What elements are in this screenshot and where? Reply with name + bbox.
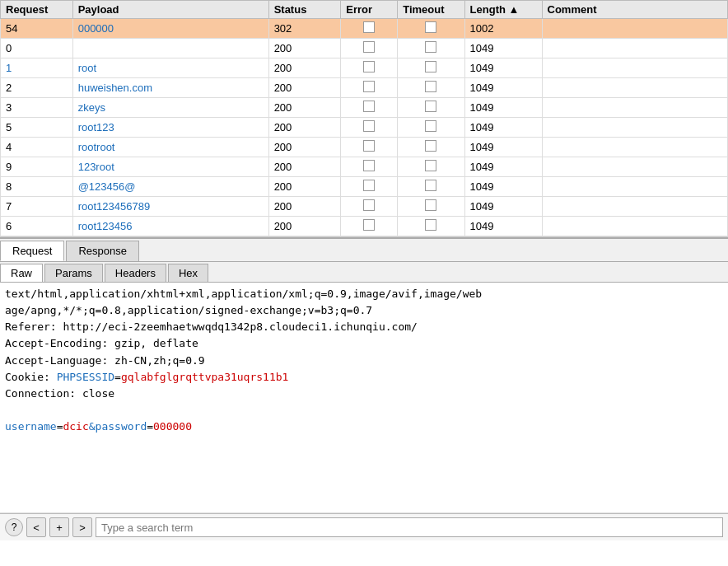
error-checkbox[interactable] bbox=[363, 180, 375, 191]
table-container: Request Payload Status Error Timeout Len… bbox=[0, 0, 728, 237]
timeout-checkbox[interactable] bbox=[425, 41, 436, 53]
cookie-val: gqlabfglgrqttvpa31uqrs11b1 bbox=[121, 371, 289, 383]
col-header-timeout[interactable]: Timeout bbox=[398, 1, 464, 19]
error-checkbox[interactable] bbox=[363, 101, 375, 112]
cell-payload bbox=[72, 39, 268, 58]
cell-timeout bbox=[398, 98, 464, 118]
timeout-checkbox[interactable] bbox=[425, 120, 436, 132]
tab-raw[interactable]: Raw bbox=[0, 264, 43, 282]
param-password-val: 000000 bbox=[153, 420, 192, 433]
table-row: 3zkeys2001049 bbox=[1, 98, 728, 118]
tab-hex[interactable]: Hex bbox=[168, 264, 208, 282]
error-checkbox[interactable] bbox=[363, 219, 375, 231]
timeout-checkbox[interactable] bbox=[425, 160, 436, 171]
cell-length: 1049 bbox=[464, 138, 542, 157]
cell-comment bbox=[542, 177, 727, 197]
cell-comment bbox=[542, 157, 727, 177]
cell-length: 1049 bbox=[464, 118, 542, 138]
table-row: 6root1234562001049 bbox=[1, 217, 728, 236]
timeout-checkbox[interactable] bbox=[425, 180, 436, 191]
col-header-error[interactable]: Error bbox=[341, 1, 398, 19]
param-eq2: = bbox=[147, 420, 153, 433]
cell-error bbox=[341, 78, 398, 98]
cell-request: 4 bbox=[1, 138, 73, 157]
cell-status: 200 bbox=[268, 118, 341, 138]
cell-comment bbox=[542, 118, 727, 138]
bottom-bar: ? < + > bbox=[0, 513, 728, 540]
col-header-comment[interactable]: Comment bbox=[542, 1, 727, 19]
tab-params[interactable]: Params bbox=[44, 264, 103, 282]
timeout-checkbox[interactable] bbox=[425, 61, 436, 73]
timeout-checkbox[interactable] bbox=[425, 21, 436, 33]
error-checkbox[interactable] bbox=[363, 199, 375, 211]
cell-timeout bbox=[398, 157, 464, 177]
cell-request: 54 bbox=[1, 19, 73, 39]
col-header-status[interactable]: Status bbox=[268, 1, 341, 19]
cell-status: 200 bbox=[268, 98, 341, 118]
tab-headers[interactable]: Headers bbox=[105, 264, 166, 282]
error-checkbox[interactable] bbox=[363, 140, 375, 152]
cell-length: 1049 bbox=[464, 39, 542, 58]
cell-status: 200 bbox=[268, 217, 341, 236]
cell-error bbox=[341, 19, 398, 39]
cell-comment bbox=[542, 138, 727, 157]
table-row: 2huweishen.com2001049 bbox=[1, 78, 728, 98]
table-header-row: Request Payload Status Error Timeout Len… bbox=[1, 1, 728, 19]
timeout-checkbox[interactable] bbox=[425, 101, 436, 112]
content-line-2: age/apng,*/*;q=0.8,application/signed-ex… bbox=[5, 302, 723, 319]
cell-timeout bbox=[398, 78, 464, 98]
sub-tab-bar: Raw Params Headers Hex bbox=[0, 262, 728, 283]
cell-timeout bbox=[398, 138, 464, 157]
tab-response[interactable]: Response bbox=[66, 241, 139, 261]
cell-length: 1049 bbox=[464, 177, 542, 197]
param-password-key: &password bbox=[89, 420, 147, 433]
help-button[interactable]: ? bbox=[5, 518, 23, 536]
cell-request: 0 bbox=[1, 39, 73, 58]
cell-request: 3 bbox=[1, 98, 73, 118]
cookie-key: PHPSESSID bbox=[57, 371, 114, 383]
cell-comment bbox=[542, 19, 727, 39]
cell-timeout bbox=[398, 217, 464, 236]
cell-payload: 000000 bbox=[72, 19, 268, 39]
prev-button[interactable]: < bbox=[26, 517, 46, 537]
timeout-checkbox[interactable] bbox=[425, 219, 436, 231]
cell-request: 8 bbox=[1, 177, 73, 197]
col-header-request[interactable]: Request bbox=[1, 1, 73, 19]
error-checkbox[interactable] bbox=[363, 81, 375, 92]
cell-timeout bbox=[398, 118, 464, 138]
content-line-7: Connection: close bbox=[5, 386, 723, 402]
cell-error bbox=[341, 177, 398, 197]
timeout-checkbox[interactable] bbox=[425, 81, 436, 92]
cell-length: 1002 bbox=[464, 19, 542, 39]
cell-request: 5 bbox=[1, 118, 73, 138]
cell-timeout bbox=[398, 177, 464, 197]
error-checkbox[interactable] bbox=[363, 21, 375, 33]
cell-request: 9 bbox=[1, 157, 73, 177]
content-line-9: username=dcic&password=000000 bbox=[5, 419, 723, 435]
cell-request: 1 bbox=[1, 58, 73, 78]
error-checkbox[interactable] bbox=[363, 120, 375, 132]
cell-length: 1049 bbox=[464, 78, 542, 98]
table-row: 5root1232001049 bbox=[1, 118, 728, 138]
timeout-checkbox[interactable] bbox=[425, 140, 436, 152]
next-button[interactable]: > bbox=[72, 517, 92, 537]
content-line-5: Accept-Language: zh-CN,zh;q=0.9 bbox=[5, 353, 723, 369]
cell-status: 302 bbox=[268, 19, 341, 39]
param-username-val: dcic bbox=[63, 420, 88, 433]
col-header-payload[interactable]: Payload bbox=[72, 1, 268, 19]
col-header-length[interactable]: Length ▲ bbox=[464, 1, 542, 19]
cell-length: 1049 bbox=[464, 197, 542, 217]
add-button[interactable]: + bbox=[49, 517, 69, 537]
search-input[interactable] bbox=[96, 517, 723, 537]
cell-payload: huweishen.com bbox=[72, 78, 268, 98]
cell-status: 200 bbox=[268, 157, 341, 177]
timeout-checkbox[interactable] bbox=[425, 199, 436, 211]
cell-payload: root123456 bbox=[72, 217, 268, 236]
error-checkbox[interactable] bbox=[363, 61, 375, 73]
cell-error bbox=[341, 118, 398, 138]
error-checkbox[interactable] bbox=[363, 160, 375, 171]
cell-payload: root123 bbox=[72, 118, 268, 138]
error-checkbox[interactable] bbox=[363, 41, 375, 53]
table-row: 8@123456@2001049 bbox=[1, 177, 728, 197]
tab-request[interactable]: Request bbox=[0, 241, 64, 261]
